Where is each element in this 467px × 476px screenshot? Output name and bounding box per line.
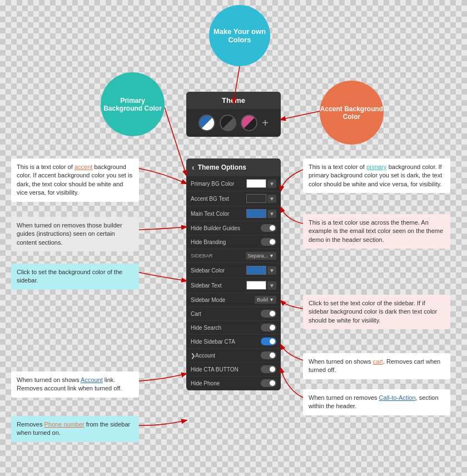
option-label-primary-bg: Primary BG Color: [191, 181, 246, 187]
primary-link: primary: [366, 163, 387, 170]
cart-link: cart: [373, 358, 383, 365]
annotation-main-text: This is a text color use across the them…: [303, 214, 450, 249]
sidebar-dropdown[interactable]: Separa... ▼: [246, 252, 276, 260]
dropdown-arrow-sidebar-text[interactable]: ▼: [267, 281, 276, 290]
toggle-hide-branding[interactable]: [261, 238, 276, 246]
option-label-hide-branding: Hide Branding: [191, 239, 261, 245]
option-label-account: ❯Account: [191, 353, 261, 359]
option-sidebar-text: Sidebar Text ▼: [186, 278, 281, 293]
option-label-hide-sidebar-cta: Hide Sidebar CTA: [191, 339, 261, 345]
option-label-main-text: Main Text Color: [191, 211, 246, 217]
make-colors-label: Make Your own Colors: [209, 27, 270, 44]
accent-link: accent: [74, 163, 92, 170]
primary-bg-label: Primary Background Color: [101, 97, 165, 112]
toggle-hide-cta[interactable]: [261, 365, 276, 373]
options-header: ‹ Theme Options: [186, 158, 281, 176]
annotation-sidebar-text: Click to set the text color of the sideb…: [303, 295, 450, 329]
option-control-main-text[interactable]: ▼: [246, 209, 276, 218]
option-control-sidebar[interactable]: Separa... ▼: [246, 252, 276, 260]
option-accent-bg: Accent BG Text ▼: [186, 191, 281, 206]
phone-link: Phone number: [44, 421, 85, 428]
toggle-hide-phone[interactable]: [261, 379, 276, 387]
annotation-phone: Removes Phone number from the sidebar wh…: [11, 416, 139, 442]
option-hide-builder: Hide Builder Guides: [186, 221, 281, 235]
option-control-account[interactable]: [261, 351, 276, 359]
accent-bg-circle: Accent Background Color: [320, 81, 384, 145]
option-control-primary-bg[interactable]: ▼: [246, 179, 276, 188]
option-control-hide-cta[interactable]: [261, 365, 276, 373]
annotation-cta: When turned on removes Call-to-Action, s…: [303, 389, 450, 415]
option-control-sidebar-color[interactable]: ▼: [246, 266, 276, 275]
option-cart: Cart: [186, 307, 281, 321]
option-label-hide-cta: Hide CTA BUTTON: [191, 366, 261, 373]
option-hide-phone: Hide Phone: [186, 376, 281, 390]
toggle-hide-builder[interactable]: [261, 224, 276, 232]
option-hide-cta-button: Hide CTA BUTTON: [186, 363, 281, 376]
option-hide-branding: Hide Branding: [186, 235, 281, 249]
annotation-primary-text: This is a text color of primary backgrou…: [303, 158, 450, 193]
accent-bg-label: Accent Background Color: [320, 105, 384, 121]
theme-icon-pink[interactable]: [241, 115, 257, 131]
option-primary-bg: Primary BG Color ▼: [186, 176, 281, 191]
option-hide-search: Hide Search: [186, 321, 281, 335]
back-arrow-icon[interactable]: ‹: [192, 163, 195, 172]
option-label-hide-search: Hide Search: [191, 325, 261, 331]
option-sidebar-mode: Sidebar Mode Build ▼: [186, 293, 281, 307]
toggle-hide-sidebar-cta[interactable]: [261, 338, 276, 345]
option-control-hide-sidebar-cta[interactable]: [261, 338, 276, 345]
annotation-accent-text: This is a text color of accent backgroun…: [11, 158, 139, 202]
option-control-sidebar-mode[interactable]: Build ▼: [255, 296, 276, 304]
theme-icon-light[interactable]: [198, 115, 215, 131]
annotation-cart: When turned on shows cart. Removes cart …: [303, 353, 450, 379]
annotation-account-link: When turned on shows Account link. Remov…: [11, 371, 139, 398]
options-panel: ‹ Theme Options Primary BG Color ▼ Accen…: [186, 158, 281, 390]
option-label-accent-bg: Accent BG Text: [191, 196, 246, 202]
option-control-accent-bg[interactable]: ▼: [246, 194, 276, 203]
sidebar-mode-dropdown[interactable]: Build ▼: [255, 296, 276, 304]
dropdown-arrow-sidebar-color[interactable]: ▼: [267, 266, 276, 275]
option-hide-sidebar-cta: Hide Sidebar CTA: [186, 335, 281, 349]
option-main-text: Main Text Color ▼: [186, 206, 281, 221]
option-sidebar-section: SIDEBAR Separa... ▼: [186, 249, 281, 263]
options-title: Theme Options: [198, 163, 246, 171]
option-label-sidebar-color: Sidebar Color: [191, 267, 246, 274]
dropdown-arrow-primary[interactable]: ▼: [267, 180, 276, 188]
toggle-hide-search[interactable]: [261, 324, 276, 331]
option-label-hide-builder: Hide Builder Guides: [191, 225, 261, 231]
color-swatch-sidebar-text[interactable]: [246, 281, 266, 290]
option-label-cart: Cart: [191, 311, 261, 317]
toggle-account[interactable]: [261, 351, 276, 359]
option-label-sidebar-text: Sidebar Text: [191, 282, 246, 289]
annotation-builder-guides: When turned on removes those builder gui…: [11, 217, 139, 251]
toggle-cart[interactable]: [261, 310, 276, 318]
theme-add-icon[interactable]: +: [262, 117, 269, 130]
option-control-hide-search[interactable]: [261, 324, 276, 331]
theme-panel: Theme +: [186, 92, 281, 137]
theme-panel-header: Theme: [186, 92, 281, 109]
option-sidebar-color: Sidebar Color ▼: [186, 263, 281, 278]
annotation-sidebar-bg: Click to set the background color of the…: [11, 264, 139, 290]
option-control-hide-builder[interactable]: [261, 224, 276, 232]
account-link: Account: [81, 376, 103, 383]
primary-bg-circle: Primary Background Color: [101, 72, 165, 136]
dropdown-arrow-accent[interactable]: ▼: [267, 195, 276, 203]
theme-icon-dark[interactable]: [220, 115, 236, 131]
color-swatch-primary[interactable]: [246, 179, 266, 188]
option-label-sidebar-mode: Sidebar Mode: [191, 297, 255, 303]
option-label-hide-phone: Hide Phone: [191, 380, 261, 386]
option-control-cart[interactable]: [261, 310, 276, 318]
theme-icons-row: +: [186, 109, 281, 137]
option-control-hide-phone[interactable]: [261, 379, 276, 387]
color-swatch-sidebar[interactable]: [246, 266, 266, 275]
make-colors-circle: Make Your own Colors: [209, 5, 270, 66]
option-control-hide-branding[interactable]: [261, 238, 276, 246]
option-control-sidebar-text[interactable]: ▼: [246, 281, 276, 290]
dropdown-arrow-main-text[interactable]: ▼: [267, 210, 276, 218]
option-account: ❯Account: [186, 349, 281, 363]
color-swatch-accent[interactable]: [246, 194, 266, 203]
cta-link: Call-to-Action: [379, 394, 416, 401]
option-label-sidebar: SIDEBAR: [191, 253, 246, 259]
color-swatch-main-text[interactable]: [246, 209, 266, 218]
